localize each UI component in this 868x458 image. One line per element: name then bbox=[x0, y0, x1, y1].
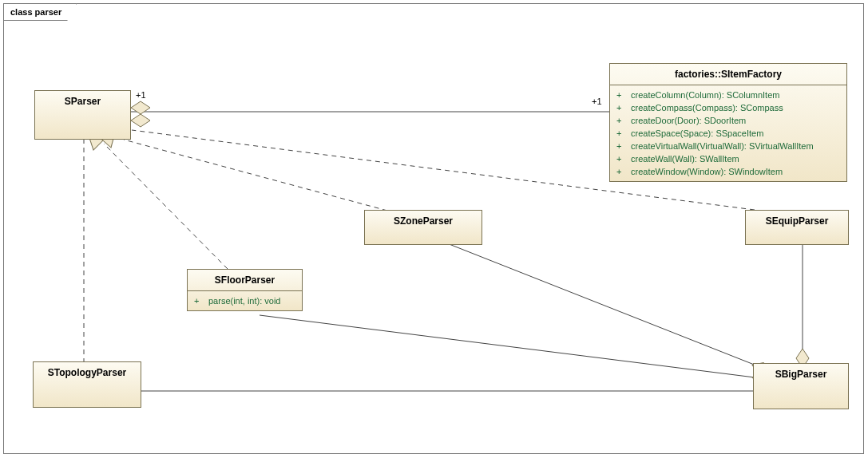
member: createWindow(Window): SWindowItem bbox=[631, 165, 783, 178]
member: createCompass(Compass): SCompass bbox=[631, 101, 783, 114]
class-szoneparser-title: SZoneParser bbox=[365, 211, 482, 231]
svg-line-11 bbox=[260, 315, 755, 377]
class-sitemfactory-title: factories::SItemFactory bbox=[610, 64, 846, 85]
member: createWall(Wall): SWallItem bbox=[631, 152, 739, 165]
svg-line-7 bbox=[124, 140, 387, 211]
class-sequipparser-title: SEquipParser bbox=[746, 211, 848, 231]
svg-line-13 bbox=[447, 243, 760, 367]
class-szoneparser[interactable]: SZoneParser bbox=[364, 210, 482, 245]
class-sfloorparser-members: +parse(int, int): void bbox=[188, 291, 302, 310]
diagram-frame: class parser bbox=[3, 3, 864, 454]
multiplicity-factory: +1 bbox=[592, 97, 602, 106]
svg-marker-3 bbox=[131, 101, 150, 114]
class-stopologyparser[interactable]: STopologyParser bbox=[33, 361, 141, 408]
class-stopologyparser-title: STopologyParser bbox=[34, 362, 141, 383]
class-sitemfactory-members: +createColumn(Column): SColumnItem +crea… bbox=[610, 85, 846, 181]
member: createVirtualWall(VirtualWall): SVirtual… bbox=[631, 140, 814, 152]
member: createColumn(Column): SColumnItem bbox=[631, 89, 779, 101]
frame-label: class parser bbox=[3, 3, 77, 21]
multiplicity-sparser: +1 bbox=[136, 90, 146, 100]
svg-marker-4 bbox=[131, 114, 150, 127]
member: createDoor(Door): SDoorItem bbox=[631, 114, 746, 127]
class-sbigparser-title: SBigParser bbox=[754, 364, 848, 385]
class-sparser[interactable]: SParser bbox=[34, 90, 131, 140]
member: parse(int, int): void bbox=[208, 294, 280, 307]
svg-line-6 bbox=[104, 144, 228, 269]
class-sitemfactory[interactable]: factories::SItemFactory +createColumn(Co… bbox=[609, 63, 847, 182]
class-sfloorparser-title: SFloorParser bbox=[188, 270, 302, 291]
class-sequipparser[interactable]: SEquipParser bbox=[745, 210, 849, 245]
member: createSpace(Space): SSpaceItem bbox=[631, 127, 763, 140]
class-sbigparser[interactable]: SBigParser bbox=[753, 363, 849, 409]
class-sfloorparser[interactable]: SFloorParser +parse(int, int): void bbox=[187, 269, 303, 311]
class-sparser-title: SParser bbox=[35, 91, 130, 112]
